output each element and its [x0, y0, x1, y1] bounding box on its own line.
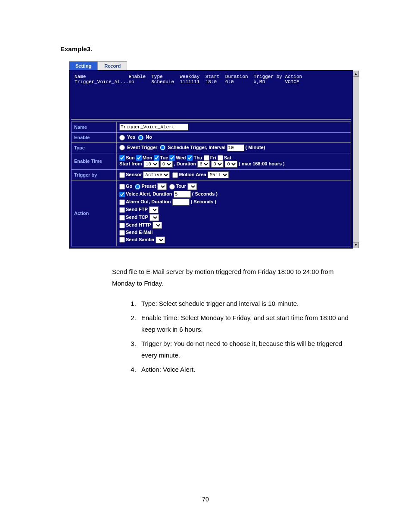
name-input[interactable] — [119, 124, 188, 131]
dur-s-select[interactable]: 0 — [225, 161, 237, 168]
tour-radio[interactable] — [169, 184, 175, 190]
day-fri-checkbox[interactable] — [204, 155, 209, 161]
dur-h-select[interactable]: 6 — [197, 161, 210, 168]
instruction-list: Type: Select schedule trigger and interv… — [138, 298, 351, 375]
label-action: Action — [72, 180, 117, 246]
http-select[interactable] — [153, 222, 162, 229]
send-ftp-label: Send FTP — [126, 207, 148, 212]
start-from-label: Start from — [119, 161, 142, 166]
event-trigger-radio[interactable] — [119, 145, 125, 150]
thu-label: Thu — [193, 155, 202, 160]
go-label: Go — [126, 184, 132, 189]
preset-label: Preset — [141, 184, 156, 189]
enable-no-radio[interactable] — [138, 135, 143, 140]
day-mon-checkbox[interactable] — [136, 155, 142, 161]
tour-label: Tour — [176, 184, 186, 189]
yes-label: Yes — [127, 134, 135, 140]
sensor-checkbox[interactable] — [119, 172, 125, 178]
schedule-trigger-label: Schedule Trigger, Interval — [168, 145, 226, 150]
interval-input[interactable] — [227, 144, 244, 151]
seconds-label-2: ( Seconds ) — [191, 199, 216, 204]
send-http-label: Send HTTP — [126, 222, 151, 227]
schedule-trigger-radio[interactable] — [160, 145, 165, 150]
voice-alert-label: Voice Alert, Duration — [126, 191, 172, 196]
send-email-label: Send E-Mail — [126, 230, 153, 235]
voice-duration-input[interactable] — [174, 191, 191, 198]
list-row[interactable]: Trigger_Voice_Al...no Schedule 1111111 1… — [75, 79, 348, 84]
start-min-select[interactable]: 0 — [160, 161, 173, 168]
wed-label: Wed — [176, 155, 186, 160]
list-item: Trigger by: You do not need to choose it… — [138, 338, 351, 361]
preset-select[interactable] — [157, 183, 167, 190]
alarm-out-label: Alarm Out, Duration — [126, 199, 171, 204]
send-tcp-checkbox[interactable] — [119, 215, 125, 221]
scroll-down-icon[interactable]: ▼ — [353, 242, 359, 248]
config-window: Setting Record ▲ ▼ Name Enable Type Week… — [69, 61, 353, 249]
go-checkbox[interactable] — [119, 184, 125, 190]
tab-record[interactable]: Record — [98, 61, 127, 70]
motion-area-select[interactable]: Mail — [208, 171, 229, 178]
duration-label: , Duration — [174, 161, 196, 166]
preset-radio[interactable] — [135, 184, 140, 190]
tab-setting[interactable]: Setting — [69, 61, 98, 70]
day-wed-checkbox[interactable] — [169, 155, 175, 161]
label-enable: Enable — [72, 133, 117, 143]
label-enable-time: Enable Time — [72, 153, 117, 170]
label-trigger-by: Trigger by — [72, 170, 117, 180]
enable-yes-radio[interactable] — [119, 135, 125, 140]
tcp-select[interactable] — [149, 214, 159, 221]
scroll-up-icon[interactable]: ▲ — [353, 71, 359, 77]
ftp-select[interactable] — [149, 206, 159, 213]
description-text: Send file to E-Mail server by motion tri… — [112, 266, 351, 289]
sensor-label: Sensor — [126, 172, 142, 177]
no-label: No — [146, 134, 152, 140]
label-name: Name — [72, 122, 117, 133]
motion-area-checkbox[interactable] — [172, 172, 178, 178]
dur-m-select[interactable]: 0 — [211, 161, 224, 168]
send-samba-label: Send Samba — [126, 237, 154, 242]
tue-label: Tue — [160, 155, 168, 160]
day-sun-checkbox[interactable] — [119, 155, 125, 161]
send-email-checkbox[interactable] — [119, 230, 125, 236]
send-ftp-checkbox[interactable] — [119, 207, 125, 213]
config-form: Name Enable Yes No Type Event Trigge — [71, 121, 351, 246]
max-hours-label: ( max 168:00 hours ) — [239, 161, 284, 166]
send-samba-checkbox[interactable] — [119, 237, 125, 243]
day-sat-checkbox[interactable] — [218, 155, 223, 161]
send-tcp-label: Send TCP — [126, 215, 148, 220]
list-item: Enable Time: Select Monday to Friday, an… — [138, 312, 351, 335]
send-http-checkbox[interactable] — [119, 223, 125, 228]
day-thu-checkbox[interactable] — [187, 155, 193, 161]
scrollbar[interactable]: ▲ ▼ — [353, 71, 359, 248]
alarm-out-checkbox[interactable] — [119, 199, 125, 205]
page-number: 70 — [60, 496, 351, 503]
fri-label: Fri — [210, 155, 216, 160]
voice-alert-checkbox[interactable] — [119, 192, 125, 197]
mon-label: Mon — [143, 155, 153, 160]
event-trigger-label: Event Trigger — [127, 145, 157, 150]
list-item: Type: Select schedule trigger and interv… — [138, 298, 351, 309]
label-type: Type — [72, 142, 117, 153]
seconds-label-1: ( Seconds ) — [192, 191, 218, 196]
sun-label: Sun — [126, 155, 135, 160]
samba-select[interactable] — [156, 236, 165, 243]
trigger-list: Name Enable Type Weekday Start Duration … — [71, 72, 351, 120]
sat-label: Sat — [224, 155, 231, 160]
sensor-select[interactable]: Active — [143, 171, 170, 178]
minute-label: ( Minute) — [246, 145, 265, 150]
list-item: Action: Voice Alert. — [138, 364, 351, 375]
motion-area-label: Motion Area — [179, 172, 206, 177]
example-heading: Example3. — [60, 45, 351, 53]
day-tue-checkbox[interactable] — [154, 155, 159, 161]
tour-select[interactable] — [187, 183, 197, 190]
list-header: Name Enable Type Weekday Start Duration … — [75, 74, 348, 79]
alarm-duration-input[interactable] — [172, 199, 190, 205]
start-hour-select[interactable]: 18 — [143, 161, 159, 168]
